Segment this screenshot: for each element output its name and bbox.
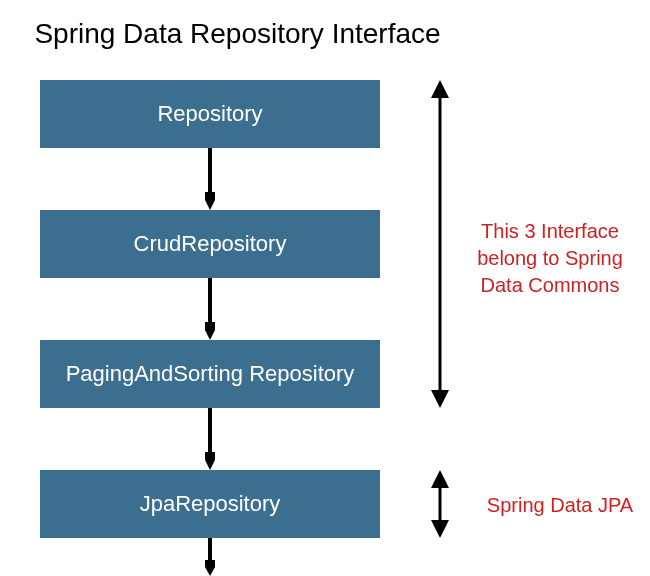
box-jpa-repository: JpaRepository (40, 470, 380, 538)
arrow-down-icon (205, 148, 215, 210)
box-repository: Repository (40, 80, 380, 148)
diagram-title: Spring Data Repository Interface (0, 18, 475, 50)
svg-marker-7 (205, 560, 215, 576)
svg-marker-13 (431, 520, 449, 538)
arrow-down-icon (205, 278, 215, 340)
range-arrow-icon (430, 470, 450, 538)
arrow-down-icon (205, 538, 215, 576)
box-crud-repository: CrudRepository (40, 210, 380, 278)
box-paging-sorting-repository: PagingAndSorting Repository (40, 340, 380, 408)
arrow-down-icon (205, 408, 215, 470)
svg-marker-9 (431, 80, 449, 98)
range-arrow-icon (430, 80, 450, 408)
svg-marker-10 (431, 390, 449, 408)
annotation-commons: This 3 Interface belong to Spring Data C… (460, 218, 640, 299)
svg-marker-1 (205, 192, 215, 210)
annotation-jpa: Spring Data JPA (470, 492, 650, 519)
svg-marker-12 (431, 470, 449, 488)
svg-marker-5 (205, 452, 215, 470)
svg-marker-3 (205, 322, 215, 340)
